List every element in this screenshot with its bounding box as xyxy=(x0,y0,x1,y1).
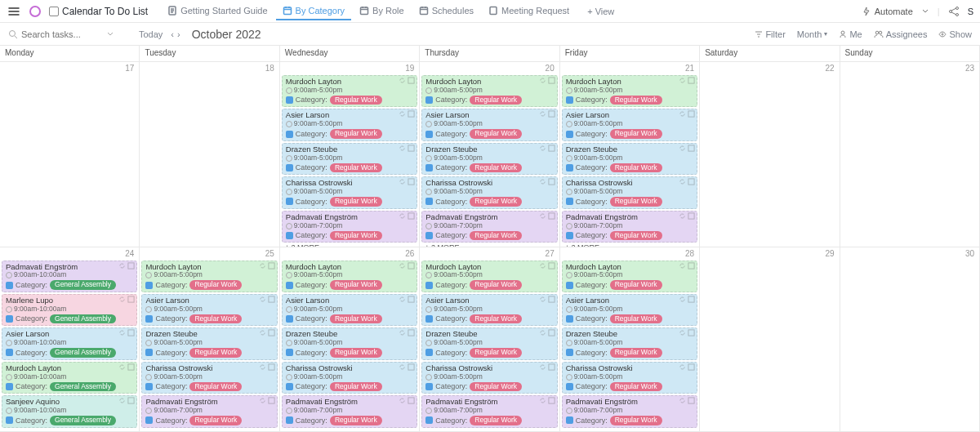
expand-icon[interactable] xyxy=(268,329,275,336)
category-pill[interactable]: Regular Work xyxy=(610,280,662,290)
chevron-down-icon[interactable] xyxy=(106,30,114,38)
month-view-dropdown[interactable]: Month ▾ xyxy=(797,29,828,39)
expand-icon[interactable] xyxy=(548,178,555,185)
expand-icon[interactable] xyxy=(548,77,555,84)
calendar-event[interactable]: Padmavati Engström9:00am-7:00pmCategory:… xyxy=(421,395,557,427)
day-cell[interactable]: 27Murdoch Layton9:00am-5:00pmCategory:Re… xyxy=(420,247,559,433)
day-cell[interactable]: 19Murdoch Layton9:00am-5:00pmCategory:Re… xyxy=(280,62,420,247)
share-label[interactable]: S xyxy=(968,7,973,16)
expand-icon[interactable] xyxy=(408,145,415,152)
calendar-event[interactable]: Charissa Ostrowski9:00am-5:00pmCategory:… xyxy=(141,362,277,394)
expand-icon[interactable] xyxy=(548,212,555,220)
show-button[interactable]: Show xyxy=(938,29,972,39)
calendar-event[interactable]: Drazen Steube9:00am-5:00pmCategory:Regul… xyxy=(282,327,417,359)
calendar-event[interactable]: Drazen Steube9:00am-5:00pmCategory:Regul… xyxy=(421,327,557,359)
expand-icon[interactable] xyxy=(548,262,555,269)
calendar-event[interactable]: Drazen Steube9:00am-5:00pmCategory:Regul… xyxy=(562,143,697,175)
category-pill[interactable]: Regular Work xyxy=(330,231,382,241)
category-pill[interactable]: Regular Work xyxy=(470,382,522,392)
day-cell[interactable]: 23 xyxy=(840,62,980,247)
day-cell[interactable]: 17 xyxy=(0,62,140,247)
expand-icon[interactable] xyxy=(127,262,135,269)
category-pill[interactable]: Regular Work xyxy=(330,96,382,105)
calendar-event[interactable]: Murdoch Layton9:00am-10:00amCategory:Gen… xyxy=(2,362,137,394)
calendar-event[interactable]: Asier Larson9:00am-10:00amCategory:Gener… xyxy=(2,327,137,359)
calendar-event[interactable]: Drazen Steube9:00am-5:00pmCategory:Regul… xyxy=(562,327,697,359)
day-cell[interactable]: 28Murdoch Layton9:00am-5:00pmCategory:Re… xyxy=(560,247,700,433)
expand-icon[interactable] xyxy=(127,397,135,404)
chevron-down-icon[interactable] xyxy=(921,7,929,16)
expand-icon[interactable] xyxy=(127,329,135,336)
calendar-event[interactable]: Murdoch Layton9:00am-5:00pmCategory:Regu… xyxy=(282,75,417,107)
filter-button[interactable]: Filter xyxy=(755,29,785,39)
expand-icon[interactable] xyxy=(268,397,275,404)
tab-getting-started-guide[interactable]: Getting Started Guide xyxy=(161,2,274,20)
category-pill[interactable]: Regular Work xyxy=(470,416,522,425)
calendar-event[interactable]: Padmavati Engström9:00am-7:00pmCategory:… xyxy=(421,211,557,243)
add-view-button[interactable]: + View xyxy=(581,3,621,20)
calendar-event[interactable]: Padmavati Engström9:00am-7:00pmCategory:… xyxy=(141,395,277,427)
assignees-button[interactable]: Assignees xyxy=(874,29,928,39)
category-pill[interactable]: Regular Work xyxy=(330,280,382,290)
calendar-event[interactable]: Charissa Ostrowski9:00am-5:00pmCategory:… xyxy=(562,362,697,394)
expand-icon[interactable] xyxy=(127,363,135,371)
category-pill[interactable]: Regular Work xyxy=(189,348,242,358)
expand-icon[interactable] xyxy=(548,145,555,152)
expand-icon[interactable] xyxy=(548,296,555,303)
category-pill[interactable]: Regular Work xyxy=(330,348,382,358)
expand-icon[interactable] xyxy=(268,363,275,371)
expand-icon[interactable] xyxy=(408,178,415,185)
category-pill[interactable]: General Assembly xyxy=(50,382,116,392)
category-pill[interactable]: Regular Work xyxy=(470,314,522,324)
expand-icon[interactable] xyxy=(127,296,135,303)
list-title[interactable]: Calendar To Do List xyxy=(49,6,148,17)
share-icon[interactable] xyxy=(948,6,960,17)
expand-icon[interactable] xyxy=(688,110,695,118)
today-button[interactable]: Today xyxy=(139,29,163,39)
category-pill[interactable]: Regular Work xyxy=(610,96,662,105)
category-pill[interactable]: Regular Work xyxy=(610,231,662,241)
day-cell[interactable]: 30 xyxy=(840,247,980,433)
category-pill[interactable]: General Assembly xyxy=(50,416,116,425)
next-button[interactable]: › xyxy=(177,29,180,39)
day-cell[interactable]: 20Murdoch Layton9:00am-5:00pmCategory:Re… xyxy=(420,62,559,247)
category-pill[interactable]: Regular Work xyxy=(610,382,662,392)
category-pill[interactable]: Regular Work xyxy=(470,280,522,290)
category-pill[interactable]: Regular Work xyxy=(330,416,382,425)
expand-icon[interactable] xyxy=(408,397,415,404)
day-cell[interactable]: 22 xyxy=(700,62,840,247)
automate-button[interactable]: Automate xyxy=(862,7,913,16)
calendar-event[interactable]: Charissa Ostrowski9:00am-5:00pmCategory:… xyxy=(562,176,697,208)
calendar-event[interactable]: Padmavati Engström9:00am-7:00pmCategory:… xyxy=(562,211,697,243)
category-pill[interactable]: Regular Work xyxy=(610,163,662,173)
category-pill[interactable]: Regular Work xyxy=(470,348,522,358)
calendar-event[interactable]: Asier Larson9:00am-5:00pmCategory:Regula… xyxy=(421,109,557,140)
expand-icon[interactable] xyxy=(688,77,695,84)
calendar-event[interactable]: Charissa Ostrowski9:00am-5:00pmCategory:… xyxy=(421,176,557,208)
calendar-event[interactable]: Sanjeev Aquino9:00am-10:00amCategory:Gen… xyxy=(2,395,137,427)
prev-button[interactable]: ‹ xyxy=(171,29,174,39)
category-pill[interactable]: Regular Work xyxy=(189,382,242,392)
expand-icon[interactable] xyxy=(688,397,695,404)
calendar-event[interactable]: Padmavati Engström9:00am-7:00pmCategory:… xyxy=(282,211,417,243)
expand-icon[interactable] xyxy=(688,212,695,220)
menu-hamburger-button[interactable] xyxy=(7,4,21,19)
calendar-event[interactable]: Drazen Steube9:00am-5:00pmCategory:Regul… xyxy=(141,327,277,359)
expand-icon[interactable] xyxy=(688,363,695,371)
calendar-event[interactable]: Murdoch Layton9:00am-5:00pmCategory:Regu… xyxy=(562,75,697,107)
category-pill[interactable]: Regular Work xyxy=(470,163,522,173)
category-pill[interactable]: Regular Work xyxy=(610,348,662,358)
expand-icon[interactable] xyxy=(548,397,555,404)
tab-meeting-request[interactable]: Meeting Request xyxy=(482,2,576,20)
calendar-event[interactable]: Murdoch Layton9:00am-5:00pmCategory:Regu… xyxy=(282,261,417,292)
calendar-event[interactable]: Murdoch Layton9:00am-5:00pmCategory:Regu… xyxy=(421,75,557,107)
calendar-event[interactable]: Padmavati Engström9:00am-10:00amCategory… xyxy=(2,261,137,292)
expand-icon[interactable] xyxy=(688,329,695,336)
category-pill[interactable]: Regular Work xyxy=(610,416,662,425)
day-cell[interactable]: 18 xyxy=(140,62,279,247)
expand-icon[interactable] xyxy=(408,212,415,220)
expand-icon[interactable] xyxy=(268,262,275,269)
category-pill[interactable]: Regular Work xyxy=(470,96,522,105)
calendar-event[interactable]: Murdoch Layton9:00am-5:00pmCategory:Regu… xyxy=(421,261,557,292)
category-pill[interactable]: Regular Work xyxy=(470,129,522,139)
